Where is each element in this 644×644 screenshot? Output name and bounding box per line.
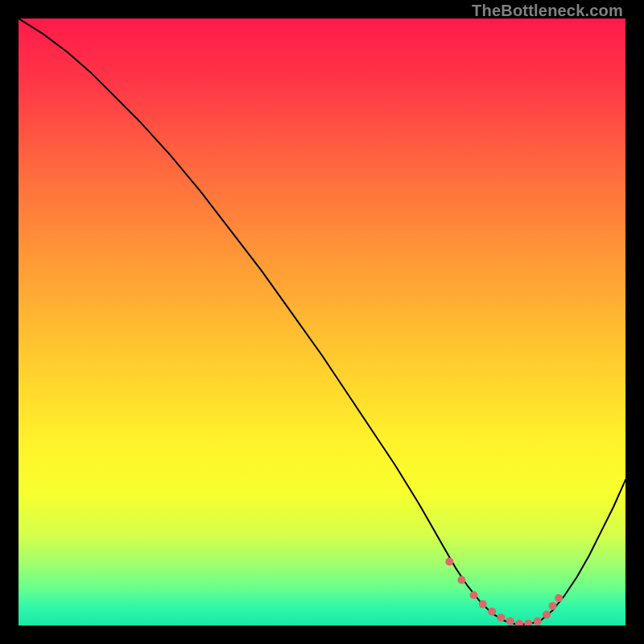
highlight-dot bbox=[445, 558, 453, 566]
highlight-dot bbox=[457, 576, 465, 584]
bottleneck-chart bbox=[19, 19, 625, 625]
highlight-dot bbox=[543, 610, 551, 618]
watermark-text: TheBottleneck.com bbox=[472, 2, 623, 20]
chart-background bbox=[19, 19, 625, 625]
chart-frame bbox=[19, 19, 625, 625]
highlight-dot bbox=[488, 608, 496, 616]
highlight-dot bbox=[497, 613, 505, 621]
highlight-dot bbox=[555, 594, 563, 602]
highlight-dot bbox=[506, 617, 514, 625]
highlight-dot bbox=[470, 591, 478, 599]
highlight-dot bbox=[534, 617, 542, 625]
highlight-dot bbox=[549, 602, 557, 610]
highlight-dot bbox=[479, 601, 487, 609]
